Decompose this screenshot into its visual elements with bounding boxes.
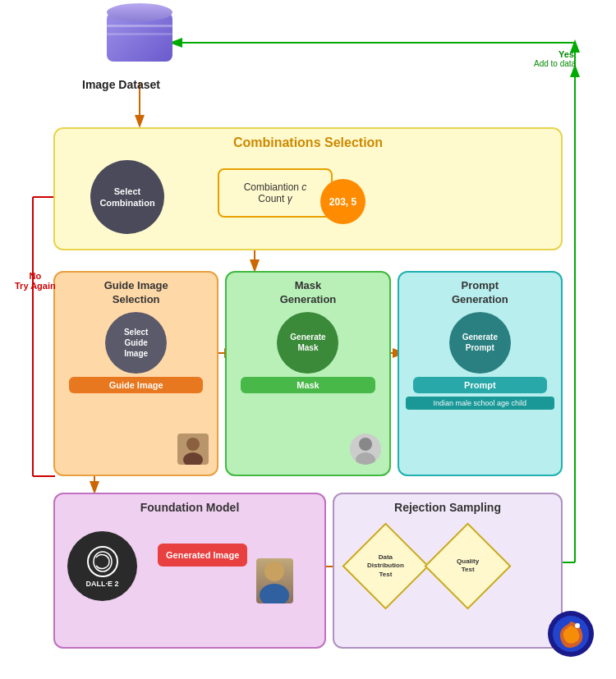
prompt-generation-col: PromptGeneration GeneratePrompt Prompt I… bbox=[398, 271, 563, 476]
combinations-title: Combinations Selection bbox=[55, 129, 561, 154]
quality-test-label: QualityTest bbox=[457, 557, 479, 575]
svg-point-22 bbox=[356, 452, 375, 465]
svg-point-20 bbox=[183, 452, 203, 465]
brand-logo bbox=[546, 609, 595, 658]
generated-person-photo bbox=[256, 558, 293, 603]
combo-badge: 203, 5 bbox=[320, 179, 365, 224]
select-combination-circle: Select Combination bbox=[90, 160, 164, 234]
no-try-again-label: NoTry Again bbox=[15, 271, 56, 291]
mask-thumbnail bbox=[350, 434, 381, 465]
svg-point-25 bbox=[260, 584, 289, 603]
rejection-sampling-col: Rejection Sampling DataDistributionTest … bbox=[333, 493, 563, 649]
mask-col-title: MaskGeneration bbox=[233, 279, 382, 307]
database-icon bbox=[107, 12, 172, 74]
guide-image-result-box: Guide Image bbox=[69, 377, 203, 393]
three-column-section: Guide ImageSelection SelectGuideImage Gu… bbox=[53, 271, 563, 476]
mask-result-box: Mask bbox=[241, 377, 375, 393]
yes-label: Yes bbox=[559, 49, 574, 59]
data-dist-label: DataDistributionTest bbox=[367, 553, 404, 579]
guide-image-thumbnail bbox=[177, 434, 209, 465]
svg-point-19 bbox=[186, 438, 200, 451]
svg-point-28 bbox=[575, 623, 580, 628]
guide-col-title: Guide ImageSelection bbox=[62, 279, 210, 307]
mask-generation-col: MaskGeneration GenerateMask Mask bbox=[225, 271, 390, 476]
db-top bbox=[107, 3, 172, 21]
rejection-title: Rejection Sampling bbox=[341, 501, 554, 514]
foundation-title: Foundation Model bbox=[62, 501, 318, 514]
dalle-circle: DALL·E 2 bbox=[67, 531, 137, 601]
foundation-model-col: Foundation Model DALL·E 2 Generated Imag… bbox=[53, 493, 326, 649]
bottom-section: Foundation Model DALL·E 2 Generated Imag… bbox=[53, 493, 563, 649]
generate-prompt-circle: GeneratePrompt bbox=[449, 312, 511, 374]
combination-count-box: Combiantion c Count γ bbox=[218, 168, 333, 218]
add-to-data-label: Add to data bbox=[534, 59, 576, 68]
guide-image-selection-col: Guide ImageSelection SelectGuideImage Gu… bbox=[53, 271, 218, 476]
data-distribution-test: DataDistributionTest bbox=[351, 531, 421, 601]
quality-test: QualityTest bbox=[433, 531, 503, 601]
diagram-container: Image Dataset Combinations Selection Sel… bbox=[0, 0, 616, 679]
db-label: Image Dataset bbox=[82, 78, 160, 91]
prompt-text-box: Indian male school age child bbox=[406, 397, 554, 410]
prompt-result-box: Prompt bbox=[413, 377, 547, 393]
prompt-col-title: PromptGeneration bbox=[406, 279, 554, 307]
generated-image-box: Generated Image bbox=[158, 544, 247, 567]
generate-mask-circle: GenerateMask bbox=[277, 312, 338, 374]
svg-point-21 bbox=[359, 438, 372, 451]
svg-point-24 bbox=[264, 562, 284, 581]
select-guide-image-circle: SelectGuideImage bbox=[105, 312, 167, 374]
